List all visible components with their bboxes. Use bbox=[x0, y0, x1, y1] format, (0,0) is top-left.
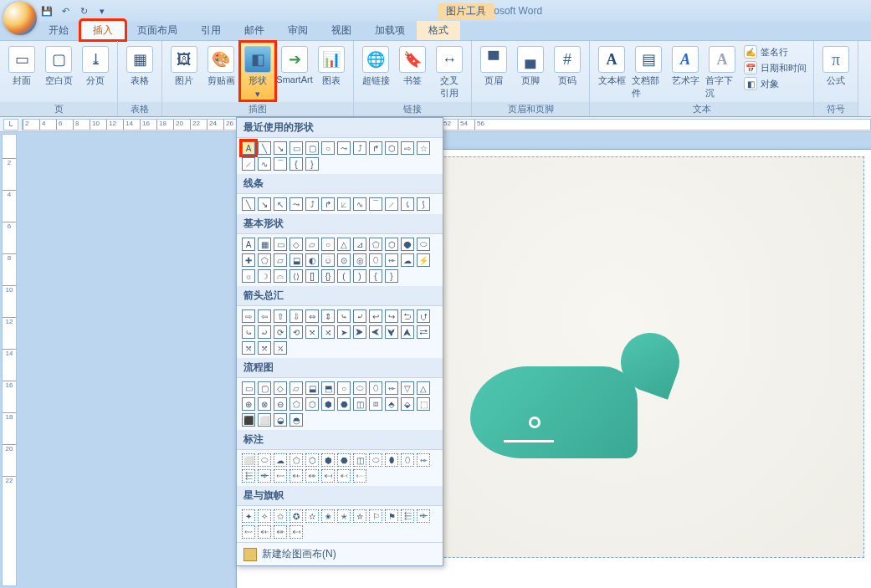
page-break-button[interactable]: ⤓分页 bbox=[79, 43, 112, 87]
s8[interactable]: ✮ bbox=[353, 509, 366, 523]
a15[interactable]: ⟳ bbox=[274, 325, 287, 339]
f20[interactable]: ◫ bbox=[353, 397, 366, 411]
a17[interactable]: ⤧ bbox=[305, 325, 319, 339]
c14[interactable]: ⬲ bbox=[258, 469, 271, 483]
shape-oval[interactable]: ○ bbox=[321, 141, 335, 155]
a24[interactable]: ⮂ bbox=[417, 325, 430, 339]
a11[interactable]: ⮌ bbox=[401, 309, 414, 323]
blank-page-button[interactable]: ▢空白页 bbox=[42, 43, 75, 87]
a6[interactable]: ⇕ bbox=[321, 309, 335, 323]
b28[interactable]: ⟨⟩ bbox=[289, 269, 303, 283]
f26[interactable]: ⬜ bbox=[258, 413, 271, 427]
c2[interactable]: ⬭ bbox=[258, 453, 271, 467]
f18[interactable]: ⬢ bbox=[321, 397, 335, 411]
b12[interactable]: ⬭ bbox=[417, 238, 430, 251]
s11[interactable]: ⬱ bbox=[401, 509, 414, 523]
a14[interactable]: ⤾ bbox=[258, 325, 271, 339]
b4[interactable]: ◇ bbox=[289, 238, 303, 251]
b21[interactable]: ⬯ bbox=[369, 253, 382, 267]
b6[interactable]: ○ bbox=[321, 238, 335, 251]
hyperlink-button[interactable]: 🌐超链接 bbox=[359, 43, 392, 87]
a20[interactable]: ⮞ bbox=[353, 325, 366, 339]
new-canvas-item[interactable]: 新建绘图画布(N) bbox=[237, 542, 443, 565]
shapes-button[interactable]: ◧形状▾ bbox=[241, 43, 274, 100]
b27[interactable]: ⌓ bbox=[274, 269, 287, 283]
a27[interactable]: ⤰ bbox=[274, 341, 287, 355]
s14[interactable]: ⬴ bbox=[258, 525, 271, 539]
picture-button[interactable]: 🖼图片 bbox=[167, 43, 201, 87]
vertical-ruler[interactable]: 246810121416182022 bbox=[2, 134, 17, 586]
datetime-button[interactable]: 📅日期和时间 bbox=[742, 60, 808, 75]
b20[interactable]: ◎ bbox=[353, 253, 366, 267]
f16[interactable]: ⬠ bbox=[289, 397, 303, 411]
s4[interactable]: ✪ bbox=[289, 509, 303, 523]
c16[interactable]: ⬴ bbox=[289, 469, 303, 483]
a1[interactable]: ⇨ bbox=[242, 309, 255, 323]
object-button[interactable]: ◧对象 bbox=[742, 76, 808, 91]
f9[interactable]: ⬯ bbox=[369, 381, 382, 395]
f27[interactable]: ◒ bbox=[274, 413, 287, 427]
b30[interactable]: {} bbox=[321, 269, 335, 283]
f19[interactable]: ⬣ bbox=[337, 397, 351, 411]
c11[interactable]: ⬯ bbox=[401, 453, 414, 467]
b19[interactable]: ⊙ bbox=[337, 253, 351, 267]
line-6[interactable]: ↱ bbox=[321, 197, 335, 211]
tab-layout[interactable]: 页面布局 bbox=[126, 21, 189, 40]
c6[interactable]: ⬢ bbox=[321, 453, 335, 467]
a3[interactable]: ⇧ bbox=[274, 309, 287, 323]
f14[interactable]: ⊗ bbox=[258, 397, 271, 411]
b9[interactable]: ⬠ bbox=[369, 238, 382, 251]
b32[interactable]: ) bbox=[353, 269, 366, 283]
line-10[interactable]: ⟋ bbox=[385, 197, 398, 211]
a13[interactable]: ⤿ bbox=[242, 325, 255, 339]
horizontal-ruler[interactable]: 2468101214161820222426283032343638404244… bbox=[22, 119, 871, 130]
line-1[interactable]: ╲ bbox=[242, 197, 255, 211]
f23[interactable]: ⬙ bbox=[401, 397, 414, 411]
a16[interactable]: ⟲ bbox=[289, 325, 303, 339]
line-11[interactable]: ⤹ bbox=[401, 197, 414, 211]
b7[interactable]: △ bbox=[337, 238, 351, 251]
tab-insert[interactable]: 插入 bbox=[80, 20, 126, 40]
f2[interactable]: ▢ bbox=[258, 381, 271, 395]
c7[interactable]: ⬣ bbox=[337, 453, 351, 467]
line-4[interactable]: ⤳ bbox=[289, 197, 303, 211]
b15[interactable]: ▱ bbox=[274, 253, 287, 267]
c18[interactable]: ⬶ bbox=[321, 469, 335, 483]
f4[interactable]: ▱ bbox=[289, 381, 303, 395]
line-8[interactable]: ∿ bbox=[353, 197, 366, 211]
a21[interactable]: ⮜ bbox=[369, 325, 382, 339]
shape-hexagon[interactable]: ⬡ bbox=[385, 141, 398, 155]
s5[interactable]: ✫ bbox=[305, 509, 319, 523]
s15[interactable]: ⬵ bbox=[274, 525, 287, 539]
f5[interactable]: ⬓ bbox=[305, 381, 319, 395]
shape-curve[interactable]: ⌒ bbox=[274, 157, 287, 171]
c1[interactable]: ⬜ bbox=[242, 453, 255, 467]
c9[interactable]: ⬭ bbox=[369, 453, 382, 467]
f3[interactable]: ◇ bbox=[274, 381, 287, 395]
b16[interactable]: ⬓ bbox=[289, 253, 303, 267]
b13[interactable]: ✚ bbox=[242, 253, 255, 267]
shape-rbrace[interactable]: } bbox=[305, 157, 319, 171]
a25[interactable]: ⤲ bbox=[242, 341, 255, 355]
line-7[interactable]: ⟀ bbox=[337, 197, 351, 211]
b10[interactable]: ⬡ bbox=[385, 238, 398, 251]
tab-view[interactable]: 视图 bbox=[320, 21, 363, 40]
tab-review[interactable]: 审阅 bbox=[276, 21, 320, 40]
f12[interactable]: △ bbox=[417, 381, 430, 395]
c5[interactable]: ⬡ bbox=[305, 453, 319, 467]
tab-mail[interactable]: 邮件 bbox=[233, 21, 276, 40]
a7[interactable]: ⤷ bbox=[337, 309, 351, 323]
b24[interactable]: ⚡ bbox=[417, 253, 430, 267]
shape-lbrace[interactable]: { bbox=[289, 157, 303, 171]
shape-line[interactable]: ╲ bbox=[258, 141, 271, 155]
line-9[interactable]: ⌒ bbox=[369, 197, 382, 211]
a23[interactable]: ⮝ bbox=[401, 325, 414, 339]
b31[interactable]: ( bbox=[337, 269, 351, 283]
shape-freeform1[interactable]: ⟋ bbox=[242, 157, 255, 171]
shape-roundrect[interactable]: ▢ bbox=[305, 141, 319, 155]
b1[interactable]: A bbox=[242, 238, 255, 251]
s9[interactable]: ⚐ bbox=[369, 509, 382, 523]
tab-addin[interactable]: 加载项 bbox=[363, 21, 417, 40]
shape-arrow[interactable]: ↘ bbox=[274, 141, 287, 155]
f21[interactable]: ⧇ bbox=[369, 397, 382, 411]
